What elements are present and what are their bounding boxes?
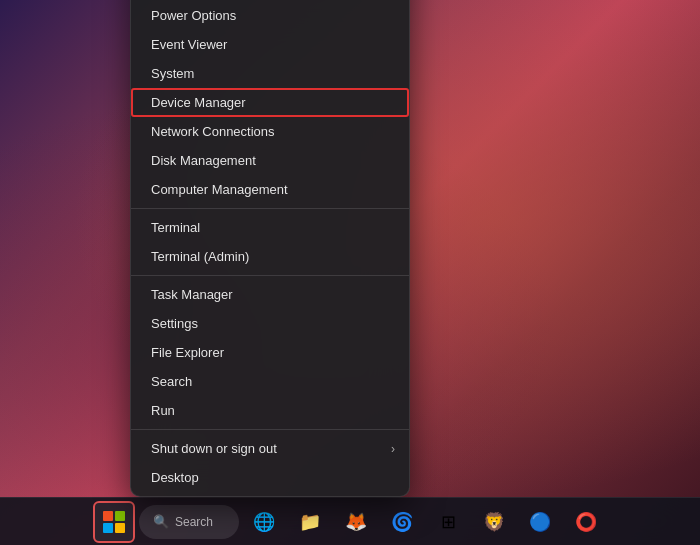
menu-item-label-file-explorer: File Explorer bbox=[151, 345, 224, 360]
widgets-button[interactable]: 🌐 bbox=[243, 501, 285, 543]
menu-item-terminal[interactable]: Terminal bbox=[131, 213, 409, 242]
menu-item-label-device-manager: Device Manager bbox=[151, 95, 246, 110]
menu-item-label-event-viewer: Event Viewer bbox=[151, 37, 227, 52]
menu-item-label-computer-management: Computer Management bbox=[151, 182, 288, 197]
opera-icon: ⭕ bbox=[575, 511, 597, 533]
menu-divider bbox=[131, 429, 409, 430]
menu-item-label-disk-management: Disk Management bbox=[151, 153, 256, 168]
windows-logo-icon bbox=[103, 511, 125, 533]
file-explorer-icon: 📁 bbox=[299, 511, 321, 533]
menu-item-event-viewer[interactable]: Event Viewer bbox=[131, 30, 409, 59]
menu-item-shut-down-sign-out[interactable]: Shut down or sign out› bbox=[131, 434, 409, 463]
menu-item-power-options[interactable]: Power Options bbox=[131, 1, 409, 30]
menu-item-label-terminal: Terminal bbox=[151, 220, 200, 235]
chrome-button[interactable]: 🔵 bbox=[519, 501, 561, 543]
menu-item-settings[interactable]: Settings bbox=[131, 309, 409, 338]
opera-button[interactable]: ⭕ bbox=[565, 501, 607, 543]
menu-item-run[interactable]: Run bbox=[131, 396, 409, 425]
menu-item-label-run: Run bbox=[151, 403, 175, 418]
menu-divider bbox=[131, 208, 409, 209]
brave-icon: 🦁 bbox=[483, 511, 505, 533]
taskbar-search-label: Search bbox=[175, 515, 213, 529]
widgets-icon: 🌐 bbox=[253, 511, 275, 533]
menu-divider bbox=[131, 275, 409, 276]
menu-item-file-explorer[interactable]: File Explorer bbox=[131, 338, 409, 367]
firefox-icon: 🦊 bbox=[345, 511, 367, 533]
menu-item-label-task-manager: Task Manager bbox=[151, 287, 233, 302]
menu-item-label-network-connections: Network Connections bbox=[151, 124, 275, 139]
apps-icon: ⊞ bbox=[441, 511, 456, 533]
search-icon: 🔍 bbox=[153, 514, 169, 529]
menu-item-label-system: System bbox=[151, 66, 194, 81]
menu-item-search[interactable]: Search bbox=[131, 367, 409, 396]
menu-item-task-manager[interactable]: Task Manager bbox=[131, 280, 409, 309]
menu-item-label-power-options: Power Options bbox=[151, 8, 236, 23]
firefox-button[interactable]: 🦊 bbox=[335, 501, 377, 543]
menu-item-label-settings: Settings bbox=[151, 316, 198, 331]
start-button[interactable] bbox=[93, 501, 135, 543]
taskbar-search-bar[interactable]: 🔍 Search bbox=[139, 505, 239, 539]
file-explorer-button[interactable]: 📁 bbox=[289, 501, 331, 543]
context-menu: Installed appsMobility CenterPower Optio… bbox=[130, 0, 410, 497]
menu-item-system[interactable]: System bbox=[131, 59, 409, 88]
menu-item-label-shut-down-sign-out: Shut down or sign out bbox=[151, 441, 277, 456]
menu-item-label-desktop: Desktop bbox=[151, 470, 199, 485]
menu-item-network-connections[interactable]: Network Connections bbox=[131, 117, 409, 146]
menu-item-terminal-admin[interactable]: Terminal (Admin) bbox=[131, 242, 409, 271]
apps-button[interactable]: ⊞ bbox=[427, 501, 469, 543]
submenu-arrow-icon: › bbox=[391, 442, 395, 456]
menu-item-disk-management[interactable]: Disk Management bbox=[131, 146, 409, 175]
edge-icon: 🌀 bbox=[391, 511, 413, 533]
menu-item-device-manager[interactable]: Device Manager bbox=[131, 88, 409, 117]
menu-item-desktop[interactable]: Desktop bbox=[131, 463, 409, 492]
menu-item-computer-management[interactable]: Computer Management bbox=[131, 175, 409, 204]
taskbar: 🔍 Search 🌐 📁 🦊 🌀 ⊞ 🦁 🔵 ⭕ bbox=[0, 497, 700, 545]
menu-item-label-search: Search bbox=[151, 374, 192, 389]
edge-button[interactable]: 🌀 bbox=[381, 501, 423, 543]
brave-button[interactable]: 🦁 bbox=[473, 501, 515, 543]
chrome-icon: 🔵 bbox=[529, 511, 551, 533]
menu-item-label-terminal-admin: Terminal (Admin) bbox=[151, 249, 249, 264]
